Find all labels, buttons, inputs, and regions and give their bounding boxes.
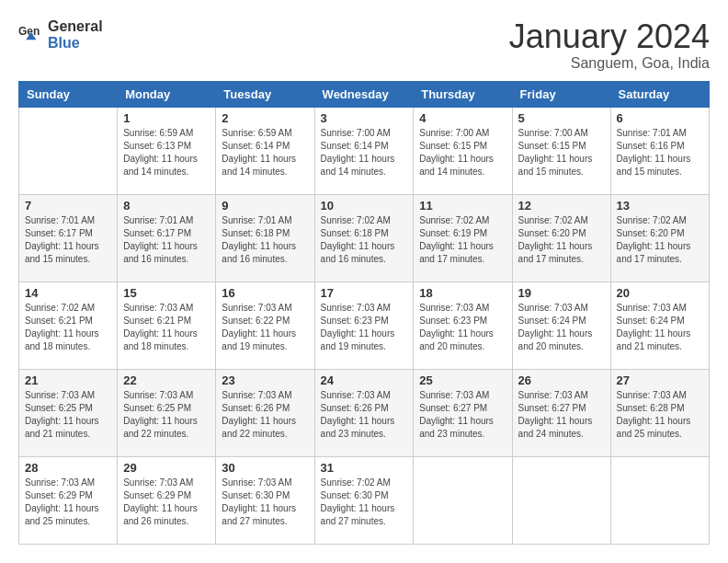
day-info: Sunrise: 7:03 AM Sunset: 6:26 PM Dayligh… <box>321 389 408 441</box>
calendar-cell: 15Sunrise: 7:03 AM Sunset: 6:21 PM Dayli… <box>118 282 216 369</box>
day-number: 17 <box>321 286 408 300</box>
calendar-cell: 28Sunrise: 7:03 AM Sunset: 6:29 PM Dayli… <box>19 456 118 544</box>
day-number: 15 <box>123 286 210 300</box>
day-number: 4 <box>419 111 506 125</box>
calendar-cell: 2Sunrise: 6:59 AM Sunset: 6:14 PM Daylig… <box>216 107 314 194</box>
day-number: 11 <box>419 199 506 213</box>
day-info: Sunrise: 6:59 AM Sunset: 6:13 PM Dayligh… <box>123 127 210 178</box>
calendar-cell: 12Sunrise: 7:02 AM Sunset: 6:20 PM Dayli… <box>512 194 610 282</box>
calendar-cell: 6Sunrise: 7:01 AM Sunset: 6:16 PM Daylig… <box>610 107 709 194</box>
day-info: Sunrise: 7:03 AM Sunset: 6:27 PM Dayligh… <box>419 389 506 441</box>
day-info: Sunrise: 7:03 AM Sunset: 6:26 PM Dayligh… <box>222 389 308 441</box>
calendar-cell: 25Sunrise: 7:03 AM Sunset: 6:27 PM Dayli… <box>414 369 512 456</box>
calendar-body: 1Sunrise: 6:59 AM Sunset: 6:13 PM Daylig… <box>19 107 710 544</box>
day-info: Sunrise: 7:03 AM Sunset: 6:30 PM Dayligh… <box>222 477 308 528</box>
calendar-cell: 27Sunrise: 7:03 AM Sunset: 6:28 PM Dayli… <box>610 369 709 456</box>
calendar-cell: 8Sunrise: 7:01 AM Sunset: 6:17 PM Daylig… <box>118 194 216 282</box>
day-info: Sunrise: 7:00 AM Sunset: 6:15 PM Dayligh… <box>518 127 605 178</box>
day-info: Sunrise: 7:03 AM Sunset: 6:25 PM Dayligh… <box>123 389 210 441</box>
calendar-cell: 22Sunrise: 7:03 AM Sunset: 6:25 PM Dayli… <box>118 369 216 456</box>
calendar-cell: 18Sunrise: 7:03 AM Sunset: 6:23 PM Dayli… <box>414 282 512 369</box>
calendar-cell: 13Sunrise: 7:02 AM Sunset: 6:20 PM Dayli… <box>610 194 709 282</box>
calendar-cell: 31Sunrise: 7:02 AM Sunset: 6:30 PM Dayli… <box>314 456 414 544</box>
day-info: Sunrise: 7:03 AM Sunset: 6:29 PM Dayligh… <box>25 477 111 528</box>
calendar-cell: 17Sunrise: 7:03 AM Sunset: 6:23 PM Dayli… <box>314 282 414 369</box>
day-info: Sunrise: 7:03 AM Sunset: 6:27 PM Dayligh… <box>518 389 605 441</box>
day-number: 8 <box>123 199 210 213</box>
day-number: 13 <box>617 199 703 213</box>
day-info: Sunrise: 7:03 AM Sunset: 6:21 PM Dayligh… <box>123 302 210 353</box>
calendar-cell: 20Sunrise: 7:03 AM Sunset: 6:24 PM Dayli… <box>610 282 709 369</box>
day-number: 26 <box>518 373 605 387</box>
calendar-cell: 24Sunrise: 7:03 AM Sunset: 6:26 PM Dayli… <box>314 369 414 456</box>
day-number: 29 <box>123 461 210 475</box>
calendar-week-1: 1Sunrise: 6:59 AM Sunset: 6:13 PM Daylig… <box>19 107 710 194</box>
calendar-cell: 11Sunrise: 7:02 AM Sunset: 6:19 PM Dayli… <box>414 194 512 282</box>
day-info: Sunrise: 7:02 AM Sunset: 6:21 PM Dayligh… <box>25 302 111 353</box>
calendar-cell <box>610 456 709 544</box>
calendar-week-3: 14Sunrise: 7:02 AM Sunset: 6:21 PM Dayli… <box>19 282 710 369</box>
day-info: Sunrise: 7:03 AM Sunset: 6:25 PM Dayligh… <box>25 389 111 441</box>
day-number: 16 <box>222 286 308 300</box>
day-number: 28 <box>25 461 111 475</box>
day-info: Sunrise: 7:00 AM Sunset: 6:15 PM Dayligh… <box>419 127 506 178</box>
header-tuesday: Tuesday <box>216 81 314 107</box>
day-number: 7 <box>25 199 111 213</box>
day-info: Sunrise: 6:59 AM Sunset: 6:14 PM Dayligh… <box>222 127 308 178</box>
day-number: 22 <box>123 373 210 387</box>
page-header: Gen General Blue January 2024 Sanguem, G… <box>18 18 710 72</box>
day-number: 3 <box>321 111 408 125</box>
header-row: Sunday Monday Tuesday Wednesday Thursday… <box>19 81 710 107</box>
logo: Gen General Blue <box>18 18 103 52</box>
calendar-cell: 10Sunrise: 7:02 AM Sunset: 6:18 PM Dayli… <box>314 194 414 282</box>
calendar-cell: 23Sunrise: 7:03 AM Sunset: 6:26 PM Dayli… <box>216 369 314 456</box>
calendar-week-4: 21Sunrise: 7:03 AM Sunset: 6:25 PM Dayli… <box>19 369 710 456</box>
header-sunday: Sunday <box>19 81 118 107</box>
day-number: 31 <box>321 461 408 475</box>
day-number: 9 <box>222 199 308 213</box>
day-number: 21 <box>25 373 111 387</box>
header-friday: Friday <box>512 81 610 107</box>
day-number: 30 <box>222 461 308 475</box>
calendar-cell: 19Sunrise: 7:03 AM Sunset: 6:24 PM Dayli… <box>512 282 610 369</box>
calendar-cell: 14Sunrise: 7:02 AM Sunset: 6:21 PM Dayli… <box>19 282 118 369</box>
day-info: Sunrise: 7:01 AM Sunset: 6:17 PM Dayligh… <box>25 214 111 266</box>
day-number: 12 <box>518 199 605 213</box>
day-number: 10 <box>321 199 408 213</box>
header-monday: Monday <box>118 81 216 107</box>
day-number: 14 <box>25 286 111 300</box>
day-info: Sunrise: 7:01 AM Sunset: 6:16 PM Dayligh… <box>617 127 703 178</box>
day-number: 23 <box>222 373 308 387</box>
day-info: Sunrise: 7:03 AM Sunset: 6:22 PM Dayligh… <box>222 302 308 353</box>
day-number: 5 <box>518 111 605 125</box>
day-info: Sunrise: 7:02 AM Sunset: 6:18 PM Dayligh… <box>321 214 408 266</box>
day-info: Sunrise: 7:03 AM Sunset: 6:23 PM Dayligh… <box>419 302 506 353</box>
calendar-cell: 7Sunrise: 7:01 AM Sunset: 6:17 PM Daylig… <box>19 194 118 282</box>
calendar-cell: 30Sunrise: 7:03 AM Sunset: 6:30 PM Dayli… <box>216 456 314 544</box>
calendar-cell: 29Sunrise: 7:03 AM Sunset: 6:29 PM Dayli… <box>118 456 216 544</box>
day-number: 25 <box>419 373 506 387</box>
calendar-cell: 3Sunrise: 7:00 AM Sunset: 6:14 PM Daylig… <box>314 107 414 194</box>
day-number: 24 <box>321 373 408 387</box>
calendar-cell: 5Sunrise: 7:00 AM Sunset: 6:15 PM Daylig… <box>512 107 610 194</box>
title-section: January 2024 Sanguem, Goa, India <box>509 18 710 72</box>
day-number: 18 <box>419 286 506 300</box>
calendar-cell <box>414 456 512 544</box>
header-thursday: Thursday <box>414 81 512 107</box>
calendar-header: Sunday Monday Tuesday Wednesday Thursday… <box>19 81 710 107</box>
calendar-cell: 26Sunrise: 7:03 AM Sunset: 6:27 PM Dayli… <box>512 369 610 456</box>
day-number: 27 <box>617 373 703 387</box>
day-info: Sunrise: 7:02 AM Sunset: 6:20 PM Dayligh… <box>518 214 605 266</box>
day-number: 20 <box>617 286 703 300</box>
calendar-cell: 21Sunrise: 7:03 AM Sunset: 6:25 PM Dayli… <box>19 369 118 456</box>
day-info: Sunrise: 7:03 AM Sunset: 6:29 PM Dayligh… <box>123 477 210 528</box>
calendar-cell <box>19 107 118 194</box>
day-number: 6 <box>617 111 703 125</box>
header-wednesday: Wednesday <box>314 81 414 107</box>
day-info: Sunrise: 7:03 AM Sunset: 6:24 PM Dayligh… <box>617 302 703 353</box>
day-info: Sunrise: 7:01 AM Sunset: 6:17 PM Dayligh… <box>123 214 210 266</box>
calendar-cell: 9Sunrise: 7:01 AM Sunset: 6:18 PM Daylig… <box>216 194 314 282</box>
day-info: Sunrise: 7:00 AM Sunset: 6:14 PM Dayligh… <box>321 127 408 178</box>
day-number: 1 <box>123 111 210 125</box>
calendar-week-2: 7Sunrise: 7:01 AM Sunset: 6:17 PM Daylig… <box>19 194 710 282</box>
